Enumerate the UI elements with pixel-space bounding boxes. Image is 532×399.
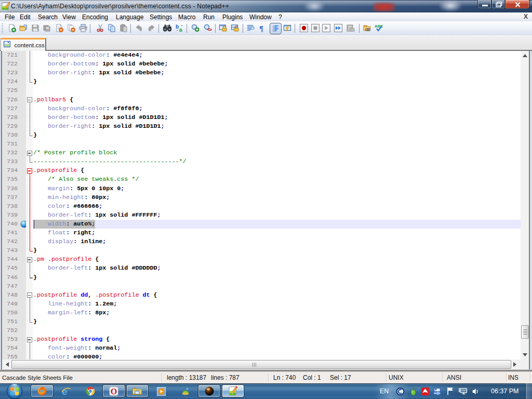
svg-text:O: O (111, 387, 117, 396)
svg-text:b: b (176, 24, 179, 30)
svg-text:a: a (179, 27, 182, 32)
svg-text:¶: ¶ (259, 24, 263, 33)
